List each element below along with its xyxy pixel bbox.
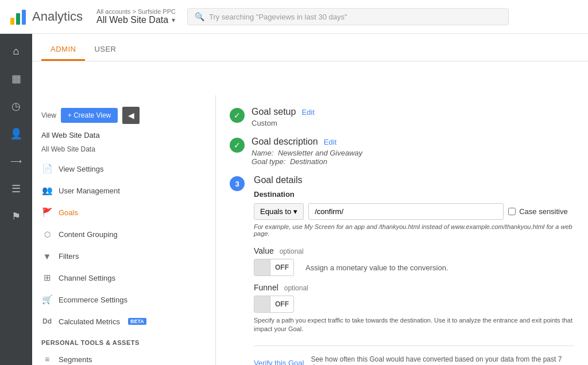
header: Analytics All accounts > Surfside PPC Al…: [0, 0, 588, 34]
create-view-button[interactable]: + Create View: [61, 108, 118, 123]
funnel-toggle[interactable]: OFF: [254, 296, 294, 313]
step2-name-row: Name: Newsletter and Giveaway: [252, 149, 574, 157]
segments-icon: ≡: [41, 354, 53, 365]
account-name: All Web Site Data: [96, 15, 168, 25]
account-selector-group[interactable]: All accounts > Surfside PPC All Web Site…: [96, 8, 176, 25]
funnel-section-label: Funnel optional: [254, 283, 574, 292]
search-icon: 🔍: [195, 12, 204, 21]
breadcrumb: All accounts > Surfside PPC: [96, 8, 176, 15]
tab-admin[interactable]: ADMIN: [41, 39, 85, 61]
analytics-logo-icon: [9, 7, 28, 26]
step3-title-row: Goal details: [254, 175, 574, 185]
step2-title: Goal description: [252, 137, 318, 147]
app-title: Analytics: [32, 9, 83, 24]
step1-content: Goal setup Edit Custom: [252, 107, 574, 127]
value-label: Value: [254, 246, 274, 255]
svg-rect-2: [22, 10, 26, 25]
app-logo: Analytics: [9, 7, 83, 26]
destination-input[interactable]: [308, 203, 504, 220]
case-sensitive-checkbox[interactable]: [508, 208, 516, 215]
step1-complete-icon: ✓: [230, 108, 245, 123]
nav-item-calculated-metrics-label: Calculated Metrics: [59, 317, 120, 326]
verify-goal-link[interactable]: Verify this Goal: [254, 359, 304, 365]
goal-step-1: ✓ Goal setup Edit Custom: [230, 107, 574, 127]
nav-item-view-settings-label: View Settings: [59, 165, 104, 173]
destination-row: Equals to ▾ Case sensitive: [254, 203, 574, 220]
example-text: For example, use My Screen for an app an…: [254, 223, 574, 237]
nav-item-content-grouping[interactable]: ⬡ Content Grouping: [32, 223, 215, 245]
content-area: View + Create View ◀ All Web Site Data A…: [32, 68, 588, 365]
account-dropdown[interactable]: All Web Site Data ▾: [96, 15, 176, 25]
step2-content: Goal description Edit Name: Newsletter a…: [252, 137, 574, 166]
value-toggle-row: OFF Assign a monetary value to the conve…: [254, 259, 574, 276]
svg-rect-1: [16, 13, 20, 25]
case-sensitive-row: Case sensitive: [508, 207, 568, 216]
equals-to-dropdown[interactable]: Equals to ▾: [254, 203, 304, 220]
value-toggle-off-label: OFF: [270, 260, 293, 275]
goal-step-3: 3 Goal details Destination Equals to ▾ C…: [230, 175, 574, 365]
destination-section-label: Destination: [254, 190, 574, 199]
toggle-off-indicator: [254, 259, 270, 275]
tab-user[interactable]: USER: [85, 39, 125, 61]
search-placeholder: Try searching "Pageviews in last 30 days…: [209, 13, 347, 21]
nav-item-segments[interactable]: ≡ Segments: [32, 348, 215, 365]
nav-item-goals-label: Goals: [59, 208, 78, 217]
equals-to-label: Equals to: [260, 207, 291, 216]
goal-step-2: ✓ Goal description Edit Name: Newsletter…: [230, 137, 574, 166]
nav-section-title: All Web Site Data: [32, 129, 215, 144]
funnel-toggle-off-label: OFF: [270, 297, 293, 312]
users-icon: 👥: [41, 185, 53, 196]
sidebar-item-dashboard[interactable]: ▦: [3, 66, 29, 91]
step1-title-row: Goal setup Edit: [252, 107, 574, 117]
step2-edit-link[interactable]: Edit: [324, 138, 336, 146]
example-prefix: For example, use: [254, 223, 303, 230]
back-button[interactable]: ◀: [122, 107, 140, 124]
funnel-optional-label: optional: [284, 284, 308, 292]
nav-all-web-site: All Web Site Data: [32, 144, 215, 158]
nav-item-content-grouping-label: Content Grouping: [59, 230, 118, 239]
value-section-label: Value optional: [254, 246, 574, 255]
view-label: View: [41, 111, 56, 119]
equals-to-arrow-icon: ▾: [293, 207, 297, 216]
nav-item-channel-settings[interactable]: ⊞ Channel Settings: [32, 267, 215, 289]
personal-tools-header: PERSONAL TOOLS & ASSETS: [32, 332, 215, 348]
svg-rect-0: [10, 18, 14, 25]
nav-item-goals[interactable]: 🚩 Goals: [32, 201, 215, 223]
step2-type-label: Goal type:: [252, 157, 285, 166]
value-toggle[interactable]: OFF: [254, 259, 294, 276]
step2-name-value: Newsletter and Giveaway: [278, 149, 362, 157]
example-url: /thankyou.html: [379, 223, 420, 230]
nav-item-ecommerce-settings[interactable]: 🛒 Ecommerce Settings: [32, 289, 215, 310]
funnel-label: Funnel: [254, 283, 278, 292]
step2-title-row: Goal description Edit: [252, 137, 574, 147]
nav-item-calculated-metrics[interactable]: Dd Calculated Metrics BETA: [32, 310, 215, 332]
step2-type-row: Goal type: Destination: [252, 157, 574, 166]
assign-monetary-text: Assign a monetary value to the conversio…: [305, 263, 448, 272]
document-icon: 📄: [41, 163, 53, 174]
sidebar-item-home[interactable]: ⌂: [3, 38, 29, 64]
nav-item-filters[interactable]: ▼ Filters: [32, 245, 215, 267]
sidebar-item-audience[interactable]: 👤: [3, 121, 29, 146]
step2-type-value: Destination: [290, 157, 327, 166]
search-bar[interactable]: 🔍 Try searching "Pageviews in last 30 da…: [187, 8, 509, 25]
verify-text: See how often this Goal would have conve…: [311, 355, 574, 365]
nav-item-channel-settings-label: Channel Settings: [59, 274, 115, 282]
nav-item-filters-label: Filters: [59, 252, 79, 261]
filter-icon: ▼: [41, 250, 53, 262]
sidebar-item-acquisition[interactable]: ⟶: [3, 149, 29, 174]
nav-item-user-management[interactable]: 👥 User Management: [32, 180, 215, 201]
sidebar-item-conversions[interactable]: ⚑: [3, 204, 29, 229]
nav-panel: View + Create View ◀ All Web Site Data A…: [32, 95, 216, 365]
sidebar-item-realtime[interactable]: ◷: [3, 94, 29, 119]
example-mid2: instead of: [421, 223, 449, 230]
step1-edit-link[interactable]: Edit: [301, 108, 314, 117]
step1-title: Goal setup: [252, 107, 296, 117]
left-sidebar: ⌂ ▦ ◷ 👤 ⟶ ☰ ⚑: [0, 34, 32, 365]
nav-item-view-settings[interactable]: 📄 View Settings: [32, 158, 215, 180]
funnel-help-text: Specify a path you expect traffic to tak…: [254, 316, 574, 334]
step3-content: Goal details Destination Equals to ▾ Cas…: [252, 175, 574, 365]
beta-badge: BETA: [128, 318, 146, 325]
cart-icon: 🛒: [41, 294, 53, 305]
sidebar-item-behavior[interactable]: ☰: [3, 176, 29, 201]
example-fullurl: www.example.com/thankyou.html: [451, 223, 544, 230]
